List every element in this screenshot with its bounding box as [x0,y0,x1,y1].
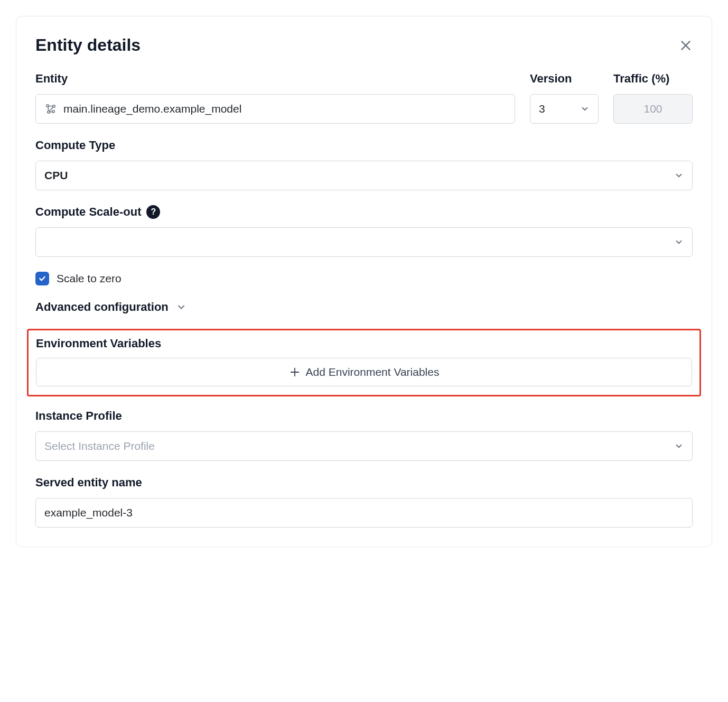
version-value: 3 [539,103,545,115]
instance-profile-section: Instance Profile Select Instance Profile [35,409,693,461]
add-env-vars-button[interactable]: Add Environment Variables [36,358,692,386]
compute-type-select[interactable]: CPU [35,161,693,190]
panel-header: Entity details [35,35,693,55]
svg-point-3 [53,105,55,107]
svg-point-5 [52,110,54,113]
scale-to-zero-label: Scale to zero [57,272,122,285]
env-vars-label: Environment Variables [36,337,692,350]
advanced-configuration-toggle[interactable]: Advanced configuration [35,300,693,314]
model-graph-icon [44,103,57,115]
scale-to-zero-checkbox[interactable] [35,272,49,285]
instance-profile-select[interactable]: Select Instance Profile [35,431,693,461]
traffic-input: 100 [613,94,693,124]
traffic-column: Traffic (%) 100 [613,72,693,124]
version-label: Version [530,72,599,86]
compute-type-section: Compute Type CPU [35,138,693,190]
svg-line-7 [48,107,49,111]
add-env-vars-label: Add Environment Variables [306,366,440,378]
close-button[interactable] [679,39,693,52]
close-icon [679,39,693,52]
served-entity-name-label: Served entity name [35,476,693,489]
entity-details-panel: Entity details Entity main.lineage_demo.… [16,16,712,547]
instance-profile-placeholder: Select Instance Profile [44,440,155,452]
entity-label: Entity [35,72,515,86]
env-vars-highlight: Environment Variables Add Environment Va… [27,329,701,396]
advanced-label: Advanced configuration [35,300,169,314]
help-icon[interactable]: ? [146,205,160,219]
chevron-down-icon [674,237,684,247]
entity-select[interactable]: main.lineage_demo.example_model [35,94,515,124]
served-entity-name-value: example_model-3 [44,506,133,519]
compute-scaleout-label: Compute Scale-out ? [35,205,693,219]
compute-scaleout-section: Compute Scale-out ? [35,205,693,257]
top-row: Entity main.lineage_demo.example_model V… [35,72,693,124]
entity-value: main.lineage_demo.example_model [63,103,241,115]
plus-icon [289,366,301,378]
chevron-down-icon [176,302,186,312]
compute-scaleout-select[interactable] [35,227,693,257]
compute-type-value: CPU [44,169,68,182]
chevron-down-icon [580,104,590,114]
entity-column: Entity main.lineage_demo.example_model [35,72,515,124]
version-column: Version 3 [530,72,599,124]
served-entity-name-input[interactable]: example_model-3 [35,498,693,528]
chevron-down-icon [674,171,684,180]
served-entity-name-section: Served entity name example_model-3 [35,476,693,528]
chevron-down-icon [674,441,684,451]
version-select[interactable]: 3 [530,94,599,124]
panel-title: Entity details [35,35,141,55]
traffic-label: Traffic (%) [613,72,693,86]
svg-point-2 [46,105,49,107]
svg-line-6 [49,106,53,107]
compute-type-label: Compute Type [35,138,693,152]
traffic-value: 100 [643,103,662,115]
instance-profile-label: Instance Profile [35,409,693,423]
check-icon [38,274,46,283]
svg-line-9 [50,112,52,112]
scale-to-zero-row: Scale to zero [35,272,693,285]
